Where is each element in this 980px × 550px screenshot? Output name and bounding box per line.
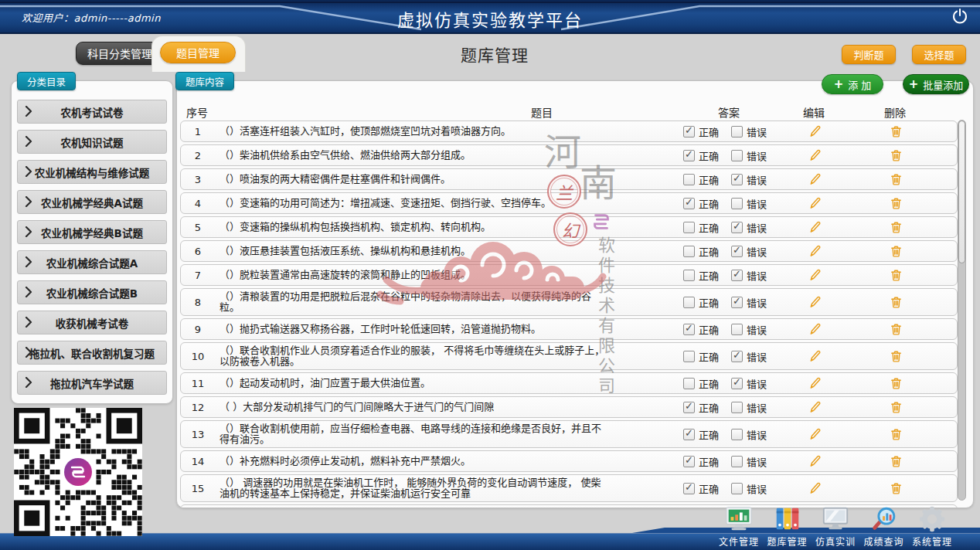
delete-button[interactable] (880, 241, 911, 261)
chevron-right-icon (25, 226, 32, 237)
delete-button[interactable] (880, 343, 911, 369)
answer-wrong-checkbox[interactable]: 错误 (731, 322, 767, 337)
row-number: 2 (181, 150, 215, 161)
answer-wrong-checkbox[interactable]: 错误 (731, 454, 767, 469)
power-button[interactable] (951, 7, 969, 25)
answer-wrong-checkbox[interactable]: 错误 (731, 148, 767, 163)
answer-wrong-checkbox[interactable]: 错误 (731, 295, 767, 310)
tab-subject-category[interactable]: 科目分类管理 (76, 42, 164, 65)
answer-wrong-label: 错误 (747, 244, 767, 259)
answer-correct-checkbox[interactable]: 正确 (683, 148, 719, 163)
answer-wrong-checkbox[interactable]: 错误 (731, 481, 767, 496)
sidebar-item[interactable]: 拖拉机汽车学试题 (17, 371, 167, 395)
sidebar-item[interactable]: 拖拉机、联合收割机复习题 (17, 341, 167, 365)
answer-correct-checkbox[interactable]: 正确 (683, 454, 719, 469)
question-text: （）柴油机供给系由空气供给、燃油供给两大部分组成。 (219, 150, 610, 161)
edit-button[interactable] (799, 217, 830, 237)
sidebar-item[interactable]: 农机考试试卷 (17, 100, 167, 124)
edit-button[interactable] (799, 145, 830, 165)
sidebar-item[interactable]: 农业机械结构与维修试题 (17, 160, 167, 184)
question-text: （）联合收割机使用前，应当仔细检查电器、电路导线的连接和绝缘是否良好，并且不得有… (219, 423, 610, 445)
taskbar-item-file-manage[interactable]: 文件管理 (715, 505, 763, 548)
delete-button[interactable] (880, 121, 911, 141)
answer-correct-checkbox[interactable]: 正确 (683, 295, 719, 310)
sidebar-item[interactable]: 农业机械综合试题A (17, 250, 167, 274)
sidebar-item[interactable]: 收获机械考试卷 (17, 311, 167, 334)
answer-wrong-checkbox[interactable]: 错误 (731, 376, 767, 391)
delete-button[interactable] (880, 319, 911, 339)
answer-wrong-checkbox[interactable]: 错误 (731, 427, 767, 442)
sidebar-item[interactable]: 农机知识试题 (17, 130, 167, 154)
choice-question-button[interactable]: 选择题 (912, 45, 966, 64)
answer-correct-checkbox[interactable]: 正确 (683, 172, 719, 187)
edit-button[interactable] (799, 421, 830, 447)
edit-button[interactable] (799, 265, 830, 285)
edit-button[interactable] (799, 343, 830, 369)
answer-wrong-checkbox[interactable]: 错误 (731, 268, 767, 283)
delete-button[interactable] (880, 451, 911, 471)
delete-button[interactable] (880, 145, 911, 165)
answer-wrong-checkbox[interactable]: 错误 (731, 220, 767, 235)
table-scrollbar[interactable] (958, 120, 966, 501)
batch-add-button[interactable]: + 批量添加 (903, 74, 969, 94)
answer-correct-checkbox[interactable]: 正确 (683, 124, 719, 139)
delete-button[interactable] (880, 475, 911, 501)
edit-button[interactable] (799, 241, 830, 261)
category-directory-button[interactable]: 分类目录 (17, 72, 76, 90)
delete-button[interactable] (880, 289, 911, 315)
edit-button[interactable] (799, 397, 830, 417)
tab-question-manage[interactable]: 题目管理 (160, 42, 236, 63)
row-number: 12 (181, 402, 215, 413)
answer-correct-checkbox[interactable]: 正确 (683, 268, 719, 283)
taskbar-item-question-bank[interactable]: 题库管理 (764, 505, 812, 548)
sidebar-item[interactable]: 农业机械学经典B试题 (17, 220, 167, 244)
edit-button[interactable] (799, 289, 830, 315)
question-text: （）液压悬挂装置包括液压系统、操纵机构和悬挂机构。 (219, 246, 610, 256)
answer-wrong-checkbox[interactable]: 错误 (731, 244, 767, 259)
delete-button[interactable] (880, 265, 911, 285)
answer-correct-checkbox[interactable]: 正确 (683, 349, 719, 364)
edit-button[interactable] (799, 169, 830, 189)
question-text: （）联合收割机作业人员须穿着适合作业的服装， 不得将毛巾等缠绕在头上或脖子上，以… (219, 345, 610, 367)
delete-button[interactable] (880, 217, 911, 237)
answer-correct-checkbox[interactable]: 正确 (683, 376, 719, 391)
delete-button[interactable] (880, 193, 911, 213)
delete-button[interactable] (880, 169, 911, 189)
chevron-right-icon (25, 256, 32, 267)
answer-wrong-checkbox[interactable]: 错误 (731, 196, 767, 211)
answer-correct-checkbox[interactable]: 正确 (683, 400, 719, 415)
taskbar-item-simulation[interactable]: 仿真实训 (812, 505, 859, 548)
taskbar-item-score-query[interactable]: 成绩查询 (860, 505, 908, 548)
edit-button[interactable] (799, 373, 830, 393)
edit-button[interactable] (799, 193, 830, 213)
answer-wrong-checkbox[interactable]: 错误 (731, 124, 767, 139)
sidebar-item[interactable]: 农业机械综合试题B (17, 280, 167, 304)
bank-content-button[interactable]: 题库内容 (175, 72, 234, 90)
taskbar-item-system-manage[interactable]: 系统管理 (908, 505, 956, 548)
answer-correct-checkbox[interactable]: 正确 (683, 481, 719, 496)
column-header-delete: 删除 (872, 104, 918, 120)
answer-correct-checkbox[interactable]: 正确 (683, 196, 719, 211)
answer-correct-checkbox[interactable]: 正确 (683, 244, 719, 259)
edit-button[interactable] (799, 475, 830, 501)
delete-button[interactable] (880, 397, 911, 417)
answer-correct-checkbox[interactable]: 正确 (683, 427, 719, 442)
delete-button[interactable] (880, 373, 911, 393)
answer-correct-checkbox[interactable]: 正确 (683, 220, 719, 235)
page-title: 题库管理 (417, 42, 572, 66)
edit-button[interactable] (799, 451, 830, 471)
answer-correct-checkbox[interactable]: 正确 (683, 508, 719, 509)
edit-button[interactable] (799, 121, 830, 141)
edit-button[interactable] (799, 319, 830, 339)
scrollbar-thumb[interactable] (958, 121, 965, 263)
delete-button[interactable] (880, 421, 911, 447)
answer-wrong-checkbox[interactable]: 错误 (731, 172, 767, 187)
table-row: 1 （）活塞连杆组装入汽缸时，使顶部燃烧室凹坑对着喷油器方向。 正确 错误 (180, 121, 958, 142)
answer-wrong-checkbox[interactable]: 错误 (731, 400, 767, 415)
sidebar-item[interactable]: 农业机械学经典A试题 (17, 190, 167, 214)
judge-question-button[interactable]: 判断题 (842, 45, 896, 64)
question-text: （）喷油泵的两大精密偶件是柱塞偶件和针阀偶件。 (219, 174, 610, 185)
add-button[interactable]: + 添 加 (822, 74, 883, 94)
answer-wrong-checkbox[interactable]: 错误 (731, 349, 767, 364)
answer-correct-checkbox[interactable]: 正确 (683, 322, 719, 337)
